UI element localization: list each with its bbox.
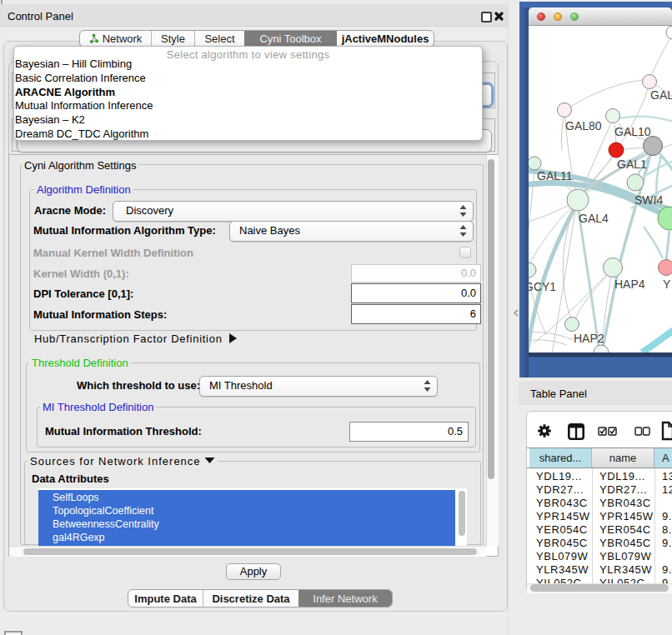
svg-text:GAL11: GAL11 bbox=[537, 169, 573, 182]
svg-text:GCY1: GCY1 bbox=[529, 280, 556, 293]
svg-text:SWI4: SWI4 bbox=[634, 193, 663, 207]
svg-text:Y: Y bbox=[663, 278, 671, 291]
svg-text:HAP2: HAP2 bbox=[574, 332, 604, 345]
svg-text:GAL10: GAL10 bbox=[614, 125, 651, 138]
svg-text:GAL1: GAL1 bbox=[617, 158, 647, 171]
svg-text:GAL4: GAL4 bbox=[579, 212, 609, 225]
svg-text:HAP4: HAP4 bbox=[614, 278, 645, 291]
svg-text:GAL80: GAL80 bbox=[565, 119, 602, 132]
svg-text:GAL: GAL bbox=[650, 88, 672, 102]
